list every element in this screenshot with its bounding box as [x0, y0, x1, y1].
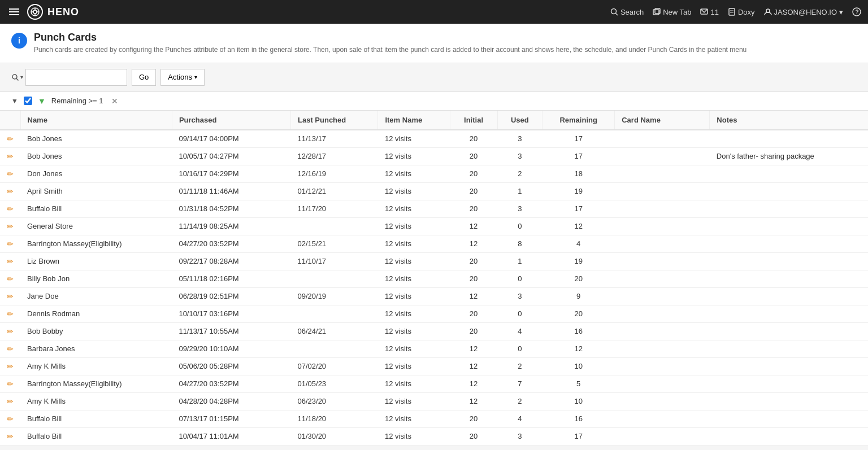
filter-checkbox[interactable]: [24, 97, 32, 105]
cell-notes: [710, 252, 868, 270]
edit-icon[interactable]: ✏: [7, 222, 14, 231]
filter-icon: ▼: [38, 97, 46, 106]
search-type-dropdown[interactable]: ▾: [11, 73, 23, 81]
cell-last-punched: 11/17/20: [291, 200, 378, 217]
edit-cell: ✏: [0, 217, 20, 235]
new-tab-icon: [653, 8, 661, 16]
table-row: ✏ Buffalo Bill 01/31/18 04:52PM 11/17/20…: [0, 200, 868, 217]
cell-initial: 20: [450, 130, 497, 148]
cell-notes: [710, 305, 868, 322]
cell-item-name: 12 visits: [378, 322, 450, 340]
cell-purchased: 09/29/20 10:10AM: [172, 340, 290, 357]
edit-icon[interactable]: ✏: [7, 432, 14, 441]
cell-purchased: 04/27/20 03:52PM: [172, 375, 290, 392]
cell-used: 4: [497, 322, 542, 340]
svg-point-17: [12, 75, 17, 79]
edit-icon[interactable]: ✏: [7, 362, 14, 371]
edit-icon[interactable]: ✏: [7, 344, 14, 353]
cell-card-name: [615, 252, 710, 270]
hamburger-menu[interactable]: [7, 6, 21, 18]
cell-purchased: 05/06/20 05:28PM: [172, 357, 290, 375]
cell-name: Buffalo Bill: [20, 200, 172, 217]
filter-clear-button[interactable]: ✕: [109, 97, 120, 106]
table-row: ✏ Billy Bob Jon 05/11/18 02:16PM 12 visi…: [0, 270, 868, 287]
doxy-button[interactable]: Doxy: [728, 8, 755, 16]
cell-initial: 12: [450, 340, 497, 357]
page-title: Punch Cards: [34, 32, 747, 43]
doxy-label: Doxy: [738, 8, 755, 16]
cell-card-name: [615, 305, 710, 322]
actions-chevron-icon: ▾: [194, 74, 197, 80]
search-input[interactable]: [25, 69, 127, 86]
edit-icon[interactable]: ✏: [7, 134, 14, 143]
edit-icon[interactable]: ✏: [7, 204, 14, 213]
edit-icon[interactable]: ✏: [7, 169, 14, 178]
table-row: ✏ Amy K Mills 04/28/20 04:28PM 06/23/20 …: [0, 392, 868, 410]
search-button[interactable]: Search: [610, 8, 644, 16]
user-label: JASON@HENO.IO: [774, 8, 837, 16]
cell-remaining: 12: [542, 217, 615, 235]
collapse-arrow[interactable]: ▼: [11, 97, 18, 105]
cell-card-name: [615, 375, 710, 392]
cell-last-punched: [291, 270, 378, 287]
cell-initial: 20: [450, 165, 497, 182]
doxy-icon: [728, 8, 736, 16]
cell-remaining: 9: [542, 287, 615, 305]
cell-notes: [710, 270, 868, 287]
cell-used: 4: [497, 410, 542, 427]
info-icon: i: [11, 33, 27, 49]
cell-remaining: 4: [542, 235, 615, 252]
edit-icon[interactable]: ✏: [7, 152, 14, 161]
cell-initial: 20: [450, 252, 497, 270]
cell-last-punched: 01/12/21: [291, 182, 378, 200]
edit-icon[interactable]: ✏: [7, 414, 14, 423]
table-row: ✏ General Store 11/14/19 08:25AM 12 visi…: [0, 217, 868, 235]
cell-last-punched: 06/23/20: [291, 392, 378, 410]
cell-name: Liz Brown: [20, 252, 172, 270]
cell-card-name: [615, 322, 710, 340]
edit-icon[interactable]: ✏: [7, 379, 14, 388]
new-tab-label: New Tab: [663, 8, 691, 16]
messages-button[interactable]: 11: [700, 8, 718, 16]
edit-icon[interactable]: ✏: [7, 309, 14, 318]
user-menu[interactable]: JASON@HENO.IO ▾: [764, 8, 843, 16]
go-button[interactable]: Go: [132, 69, 156, 86]
table-row: ✏ Barrington Massey(Eligibility) 04/27/2…: [0, 375, 868, 392]
cell-name: Barrington Massey(Eligibility): [20, 375, 172, 392]
cell-notes: [710, 340, 868, 357]
new-tab-button[interactable]: New Tab: [653, 8, 691, 16]
edit-icon[interactable]: ✏: [7, 274, 14, 283]
edit-icon[interactable]: ✏: [7, 327, 14, 336]
cell-notes: [710, 200, 868, 217]
svg-point-1: [33, 10, 37, 14]
cell-used: 3: [497, 147, 542, 165]
cell-initial: 20: [450, 182, 497, 200]
edit-icon[interactable]: ✏: [7, 239, 14, 248]
col-header-remaining: Remaining: [542, 111, 615, 130]
cell-used: 2: [497, 392, 542, 410]
cell-card-name: [615, 235, 710, 252]
edit-icon[interactable]: ✏: [7, 187, 14, 196]
table-body: ✏ Bob Jones 09/14/17 04:00PM 11/13/17 12…: [0, 130, 868, 445]
cell-card-name: [615, 182, 710, 200]
cell-purchased: 09/22/17 08:28AM: [172, 252, 290, 270]
cell-item-name: 12 visits: [378, 147, 450, 165]
cell-notes: [710, 182, 868, 200]
cell-item-name: 12 visits: [378, 287, 450, 305]
cell-used: 0: [497, 305, 542, 322]
cell-remaining: 20: [542, 270, 615, 287]
edit-icon[interactable]: ✏: [7, 292, 14, 301]
svg-text:?: ?: [856, 9, 859, 15]
col-header-card-name: Card Name: [615, 111, 710, 130]
cell-notes: [710, 322, 868, 340]
edit-icon[interactable]: ✏: [7, 397, 14, 406]
table-row: ✏ Amy K Mills 05/06/20 05:28PM 07/02/20 …: [0, 357, 868, 375]
help-button[interactable]: ?: [852, 7, 861, 16]
cell-purchased: 01/11/18 11:46AM: [172, 182, 290, 200]
search-dropdown-arrow: ▾: [20, 74, 23, 80]
cell-notes: [710, 427, 868, 445]
edit-cell: ✏: [0, 427, 20, 445]
logo-text: HENO: [47, 6, 79, 18]
actions-button[interactable]: Actions ▾: [160, 69, 205, 86]
edit-icon[interactable]: ✏: [7, 257, 14, 266]
